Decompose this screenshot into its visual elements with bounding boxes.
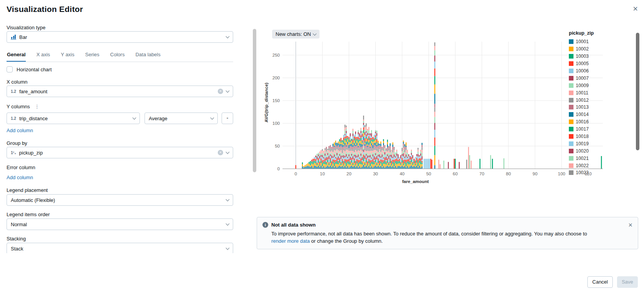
save-button[interactable]: Save	[617, 276, 638, 288]
legend-item[interactable]: 10014	[569, 111, 596, 118]
chevron-down-icon	[226, 89, 230, 93]
legend-item[interactable]: 10021	[569, 155, 596, 162]
svg-text:50: 50	[426, 171, 431, 176]
legend-swatch	[569, 61, 573, 66]
legend-swatch	[569, 54, 573, 59]
kebab-menu-icon[interactable]: ⋮	[34, 104, 39, 109]
legend-order-label: Legend items order	[7, 212, 50, 217]
aggregation-select[interactable]: Average	[145, 113, 218, 124]
integer-type-icon: 1²₃	[11, 151, 16, 155]
remove-column-button[interactable]: -	[222, 113, 233, 124]
banner-close-icon[interactable]: ×	[628, 221, 632, 229]
x-axis-title: fare_amount	[402, 179, 429, 184]
y-column-value: trip_distance	[19, 116, 48, 121]
banner-text-2: or change the Group by column.	[310, 238, 383, 244]
chevron-down-icon	[226, 198, 230, 202]
svg-text:40: 40	[400, 171, 405, 176]
tab-series[interactable]: Series	[85, 50, 100, 62]
viz-type-value: Bar	[19, 34, 27, 40]
legend-swatch	[569, 163, 573, 168]
x-column-select[interactable]: 1.2 fare_amount ×	[7, 86, 233, 97]
legend-item[interactable]: 10016	[569, 118, 596, 126]
viz-type-select[interactable]: Bar	[7, 31, 233, 43]
legend-item[interactable]: 10022	[569, 162, 596, 169]
stacking-label: Stacking	[7, 236, 26, 242]
bar-chart-icon	[11, 35, 16, 40]
viz-type-label: Visualization type	[7, 25, 45, 30]
render-more-data-link[interactable]: render more data	[271, 238, 310, 244]
chevron-down-icon	[226, 222, 230, 226]
chevron-down-icon	[226, 150, 230, 154]
add-error-column-link[interactable]: Add column	[7, 175, 33, 180]
legend-item[interactable]: 10020	[569, 147, 596, 155]
tab-data-labels[interactable]: Data labels	[135, 50, 161, 62]
svg-text:250: 250	[272, 53, 280, 57]
legend-swatch	[569, 105, 573, 109]
svg-text:90: 90	[533, 171, 538, 176]
legend-item[interactable]: 10013	[569, 104, 596, 111]
legend-placement-label: Legend placement	[7, 187, 48, 193]
svg-text:100: 100	[272, 121, 280, 126]
not-all-data-banner: i Not all data shown To improve performa…	[257, 217, 638, 249]
chevron-down-icon	[226, 35, 230, 39]
horizontal-chart-checkbox[interactable]	[7, 66, 13, 72]
tab-general[interactable]: General	[7, 50, 26, 62]
legend-item[interactable]: 10001	[569, 38, 596, 45]
chevron-down-icon	[133, 116, 136, 120]
info-icon: i	[262, 222, 268, 228]
legend-order-value: Normal	[11, 222, 27, 227]
legend-swatch	[569, 83, 573, 88]
legend-swatch	[569, 76, 573, 81]
stacking-select[interactable]: Stack	[7, 243, 233, 253]
chevron-down-icon	[210, 116, 214, 120]
tab-x-axis[interactable]: X axis	[36, 50, 50, 62]
svg-text:80: 80	[506, 171, 511, 176]
group-by-value: pickup_zip	[19, 150, 43, 156]
clear-icon[interactable]: ×	[218, 150, 223, 155]
x-column-value: fare_amount	[19, 89, 47, 94]
y-axis-title: AVG(trip_distance)	[264, 82, 269, 122]
legend-swatch	[569, 69, 573, 73]
legend-swatch	[569, 91, 573, 95]
banner-title: Not all data shown	[271, 222, 316, 228]
numeric-type-icon: 1.2	[11, 116, 16, 121]
legend-item[interactable]: 10003	[569, 53, 596, 60]
tab-colors[interactable]: Colors	[110, 50, 125, 62]
numeric-type-icon: 1.2	[11, 89, 16, 94]
group-by-select[interactable]: 1²₃ pickup_zip ×	[7, 147, 233, 158]
cancel-button[interactable]: Cancel	[587, 276, 613, 288]
legend-item[interactable]: 10006	[569, 67, 596, 75]
legend-order-select[interactable]: Normal	[7, 218, 233, 230]
legend-item[interactable]: 10012	[569, 96, 596, 104]
y-columns-label: Y columns⋮	[7, 104, 39, 109]
legend-swatch	[569, 156, 573, 161]
legend-item[interactable]: 10023	[569, 169, 596, 176]
legend-item[interactable]: 10019	[569, 140, 596, 147]
legend-swatch	[569, 112, 573, 117]
legend-placement-select[interactable]: Automatic (Flexible)	[7, 194, 233, 206]
x-column-label: X column	[7, 79, 27, 85]
legend-swatch	[569, 127, 573, 131]
error-column-label: Error column	[7, 165, 35, 170]
legend-item[interactable]: 10009	[569, 82, 596, 89]
close-icon[interactable]: ×	[633, 5, 638, 13]
stacking-value: Stack	[11, 246, 24, 252]
legend-item[interactable]: 10002	[569, 45, 596, 53]
legend-item[interactable]: 10007	[569, 74, 596, 82]
legend-item[interactable]: 10005	[569, 60, 596, 67]
svg-text:50: 50	[275, 144, 280, 148]
legend-item[interactable]: 10018	[569, 133, 596, 140]
svg-text:10: 10	[320, 171, 325, 176]
legend-placement-value: Automatic (Flexible)	[11, 197, 55, 203]
add-y-column-link[interactable]: Add column	[7, 128, 33, 133]
clear-icon[interactable]: ×	[218, 89, 223, 94]
banner-text-1: To improve performance, not all data has…	[271, 231, 587, 237]
svg-text:0: 0	[277, 166, 280, 171]
tab-y-axis[interactable]: Y axis	[61, 50, 75, 62]
legend-item[interactable]: 10017	[569, 126, 596, 133]
y-column-select[interactable]: 1.2 trip_distance	[7, 113, 140, 124]
legend-item[interactable]: 10011	[569, 89, 596, 96]
settings-tabs: GeneralX axisY axisSeriesColorsData labe…	[7, 50, 233, 62]
svg-text:20: 20	[346, 171, 351, 176]
legend-title: pickup_zip	[569, 30, 596, 36]
